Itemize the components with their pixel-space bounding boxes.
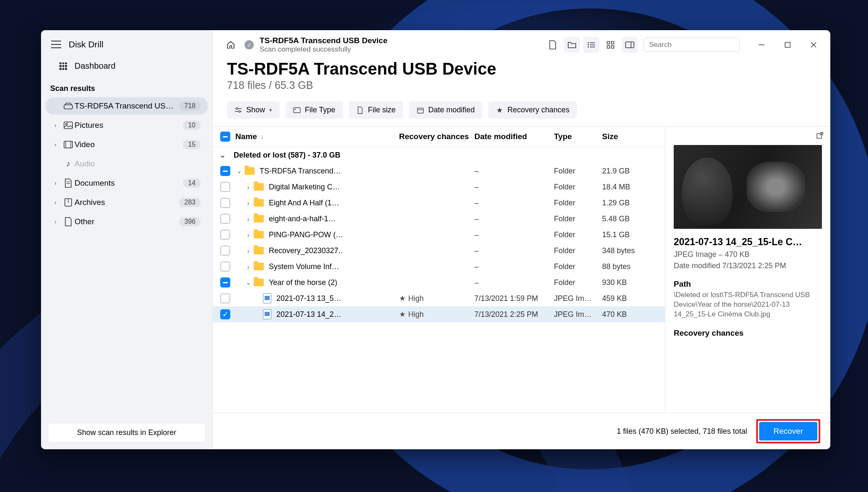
recover-button[interactable]: Recover [759, 422, 817, 440]
search-input[interactable] [649, 41, 738, 49]
sidebar-item-other[interactable]: › Other 396 [45, 213, 208, 230]
row-checkbox[interactable] [217, 262, 234, 272]
details-date: Date modified 7/13/2021 2:25 PM [674, 262, 822, 270]
row-size: 21.9 GB [602, 167, 657, 176]
file-size-filter[interactable]: File size [349, 101, 403, 119]
column-recovery[interactable]: Recovery chances [399, 132, 474, 141]
sidebar-dashboard[interactable]: Dashboard [41, 55, 212, 77]
expand-toggle[interactable]: › [243, 231, 254, 238]
table-row[interactable]: ›Digital Marketing C…–Folder18.4 MB [213, 179, 665, 195]
sidebar-item-video[interactable]: › Video 15 [45, 136, 208, 153]
row-recovery: ★High [399, 310, 474, 319]
minimize-button[interactable] [753, 36, 770, 53]
table-row[interactable]: ›Eight And A Half (1…–Folder1.29 GB [213, 195, 665, 211]
row-checkbox[interactable] [217, 166, 234, 176]
row-type: Folder [554, 278, 602, 287]
window-controls [753, 36, 822, 53]
expand-toggle[interactable]: ⌄ [234, 167, 245, 175]
close-button[interactable] [805, 36, 822, 53]
chip-label: Recovery chances [507, 106, 569, 114]
hamburger-icon[interactable] [51, 41, 61, 48]
sidebar-item-device[interactable]: TS-RDF5A Transcend US… 718 [45, 97, 208, 115]
show-filter[interactable]: Show ▾ [227, 101, 280, 119]
sort-arrow-icon: ↓ [260, 133, 264, 140]
row-type: Folder [554, 246, 602, 255]
expand-toggle[interactable]: ⌄ [243, 279, 254, 286]
topbar: ✓ TS-RDF5A Transcend USB Device Scan com… [213, 30, 830, 56]
column-size[interactable]: Size [602, 132, 657, 141]
sidebar-footer: Show scan results in Explorer [41, 416, 212, 449]
row-checkbox[interactable] [217, 246, 234, 256]
select-all-checkbox[interactable] [217, 132, 234, 142]
row-type: Folder [554, 215, 602, 223]
chip-label: Date modified [428, 106, 475, 114]
table-row[interactable]: ✓2021-07-13 14_2…★High7/13/2021 2:25 PMJ… [213, 306, 665, 322]
sidebar-item-count: 10 [183, 121, 201, 130]
show-in-explorer-button[interactable]: Show scan results in Explorer [48, 423, 206, 443]
table-row[interactable]: ›eight-and-a-half-1…–Folder5.48 GB [213, 211, 665, 227]
star-icon: ★ [496, 106, 503, 114]
chevron-right-icon: › [54, 218, 62, 225]
grid-icon [59, 62, 67, 70]
table-row[interactable]: ›System Volume Inf…–Folder88 bytes [213, 259, 665, 274]
table-row[interactable]: ›Recovery_20230327..–Folder348 bytes [213, 243, 665, 259]
table-row[interactable]: ⌄TS-RDF5A Transcend…–Folder21.9 GB [213, 163, 665, 179]
sidebar-item-pictures[interactable]: › Pictures 10 [45, 117, 208, 134]
page-title: TS-RDF5A Transcend USB Device [227, 60, 816, 78]
row-checkbox[interactable] [217, 198, 234, 208]
table-row[interactable]: ⌄Year of the horse (2)–Folder930 KB [213, 274, 665, 290]
home-icon[interactable] [223, 37, 239, 53]
row-name: TS-RDF5A Transcend… [260, 167, 399, 176]
expand-toggle[interactable]: › [243, 263, 254, 270]
grid-view-icon[interactable] [603, 37, 618, 53]
recovery-chances-filter[interactable]: ★ Recovery chances [488, 101, 577, 119]
search-box[interactable] [644, 38, 740, 52]
popout-icon[interactable] [816, 132, 824, 139]
expand-toggle[interactable]: › [243, 215, 254, 223]
chevron-right-icon: › [54, 122, 62, 129]
row-type: Folder [554, 167, 602, 176]
expand-toggle[interactable]: › [243, 247, 254, 254]
row-checkbox[interactable] [217, 214, 234, 224]
column-name[interactable]: Name↓ [234, 132, 399, 141]
column-type[interactable]: Type [554, 132, 602, 141]
table-row[interactable]: ›PING-PANG-POW (…–Folder15.1 GB [213, 227, 665, 243]
row-checkbox[interactable] [217, 230, 234, 240]
row-size: 348 bytes [602, 246, 657, 255]
sidebar-item-documents[interactable]: › Documents 14 [45, 174, 208, 192]
row-checkbox[interactable] [217, 182, 234, 192]
row-size: 459 KB [602, 294, 657, 303]
file-type-filter[interactable]: File Type [286, 101, 343, 119]
music-icon: ♪ [62, 159, 75, 168]
row-checkbox[interactable] [217, 293, 234, 303]
list-view-icon[interactable] [583, 37, 599, 53]
row-checkbox[interactable]: ✓ [217, 309, 234, 319]
row-size: 470 KB [602, 310, 657, 319]
svg-point-14 [588, 47, 589, 48]
image-icon [62, 122, 75, 129]
folder-view-icon[interactable] [564, 37, 580, 53]
maximize-button[interactable] [779, 36, 796, 53]
row-date: – [474, 278, 554, 287]
expand-toggle[interactable]: › [243, 184, 254, 191]
row-name: eight-and-a-half-1… [269, 215, 399, 223]
table-row[interactable]: 2021-07-13 13_5…★High7/13/2021 1:59 PMJP… [213, 290, 665, 306]
group-row[interactable]: ⌄ Deleted or lost (587) - 37.0 GB [213, 147, 665, 163]
column-date[interactable]: Date modified [474, 132, 554, 141]
svg-rect-16 [607, 41, 610, 44]
date-modified-filter[interactable]: Date modified [409, 101, 482, 119]
sidebar-item-count: 283 [179, 198, 201, 207]
expand-toggle[interactable]: › [243, 199, 254, 207]
sidebar-item-audio[interactable]: ♪ Audio [45, 155, 208, 173]
row-checkbox[interactable] [217, 277, 234, 287]
sidebar-item-archives[interactable]: › Archives 283 [45, 194, 208, 211]
row-size: 88 bytes [602, 262, 657, 271]
row-name: 2021-07-13 13_5… [276, 294, 399, 303]
row-name: System Volume Inf… [269, 262, 399, 271]
chevron-down-icon[interactable]: ⌄ [217, 150, 228, 160]
sidebar-item-label: TS-RDF5A Transcend US… [75, 101, 179, 111]
svg-point-2 [66, 123, 67, 125]
file-view-icon[interactable] [545, 37, 561, 53]
recover-highlight: Recover [756, 419, 820, 443]
panel-view-icon[interactable] [622, 37, 638, 53]
